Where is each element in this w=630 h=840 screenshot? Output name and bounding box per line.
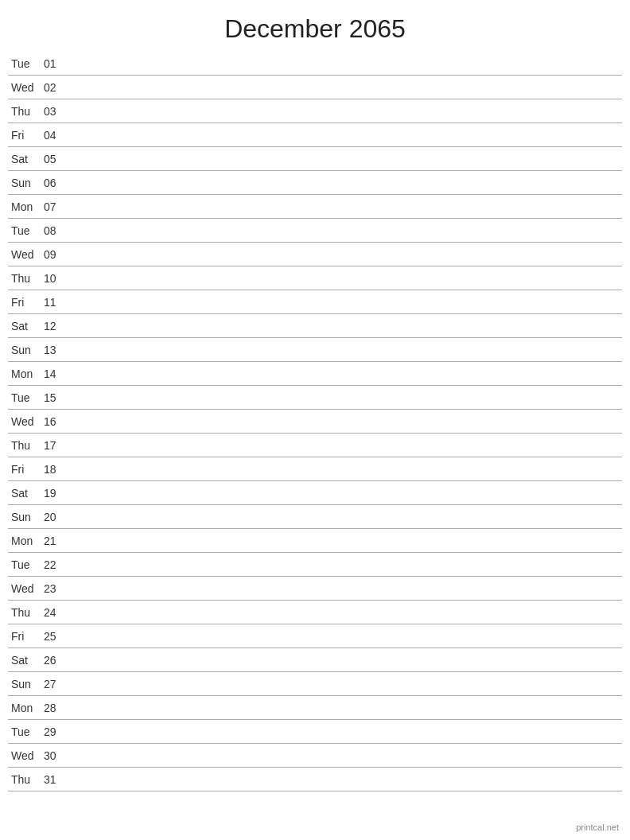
day-line [68, 349, 622, 350]
day-name: Tue [8, 224, 44, 237]
day-row: Thu31 [8, 768, 622, 791]
day-name: Thu [8, 773, 44, 786]
day-name: Wed [8, 415, 44, 428]
day-number: 11 [44, 296, 68, 309]
day-number: 01 [44, 57, 68, 70]
day-row: Fri04 [8, 123, 622, 147]
day-line [68, 469, 622, 469]
day-row: Mon21 [8, 529, 622, 553]
day-row: Fri25 [8, 624, 622, 648]
page-title: December 2065 [0, 0, 630, 52]
day-row: Sat12 [8, 314, 622, 338]
day-row: Thu10 [8, 266, 622, 290]
day-number: 03 [44, 105, 68, 118]
calendar-list: Tue01Wed02Thu03Fri04Sat05Sun06Mon07Tue08… [0, 52, 630, 791]
day-row: Fri18 [8, 457, 622, 481]
day-row: Tue29 [8, 720, 622, 744]
day-number: 13 [44, 344, 68, 356]
day-name: Sat [8, 153, 44, 165]
day-row: Thu24 [8, 601, 622, 624]
day-line [68, 206, 622, 207]
day-number: 19 [44, 487, 68, 500]
day-line [68, 301, 622, 302]
day-number: 26 [44, 654, 68, 667]
day-number: 22 [44, 558, 68, 571]
day-name: Thu [8, 272, 44, 285]
day-number: 05 [44, 153, 68, 165]
day-name: Tue [8, 391, 44, 404]
day-line [68, 779, 622, 780]
day-line [68, 63, 622, 64]
day-row: Sun06 [8, 171, 622, 195]
day-number: 21 [44, 535, 68, 547]
day-row: Wed02 [8, 76, 622, 99]
day-row: Tue22 [8, 553, 622, 577]
day-number: 02 [44, 81, 68, 94]
day-line [68, 731, 622, 732]
day-number: 16 [44, 415, 68, 428]
day-number: 15 [44, 391, 68, 404]
day-name: Thu [8, 606, 44, 619]
day-name: Fri [8, 463, 44, 476]
day-row: Thu03 [8, 99, 622, 123]
day-number: 10 [44, 272, 68, 285]
day-line [68, 254, 622, 255]
day-number: 24 [44, 606, 68, 619]
day-row: Tue15 [8, 386, 622, 410]
day-name: Fri [8, 630, 44, 643]
day-line [68, 230, 622, 231]
day-name: Mon [8, 535, 44, 547]
day-line [68, 278, 622, 278]
day-row: Wed09 [8, 243, 622, 266]
day-row: Mon28 [8, 696, 622, 720]
day-line [68, 659, 622, 660]
day-number: 17 [44, 439, 68, 452]
day-name: Sun [8, 177, 44, 189]
day-name: Mon [8, 368, 44, 380]
day-name: Thu [8, 439, 44, 452]
day-name: Sat [8, 320, 44, 332]
day-row: Sat26 [8, 648, 622, 672]
day-row: Sun27 [8, 672, 622, 696]
day-line [68, 588, 622, 589]
day-number: 06 [44, 177, 68, 189]
day-row: Sat19 [8, 481, 622, 505]
day-number: 27 [44, 678, 68, 690]
day-number: 14 [44, 368, 68, 380]
day-name: Sat [8, 654, 44, 667]
day-name: Tue [8, 57, 44, 70]
day-line [68, 182, 622, 183]
day-line [68, 445, 622, 445]
day-row: Mon14 [8, 362, 622, 386]
day-number: 20 [44, 511, 68, 523]
day-line [68, 564, 622, 565]
day-row: Mon07 [8, 195, 622, 219]
day-number: 08 [44, 224, 68, 237]
day-number: 29 [44, 725, 68, 738]
day-line [68, 707, 622, 708]
day-name: Tue [8, 558, 44, 571]
day-name: Wed [8, 248, 44, 261]
day-number: 07 [44, 200, 68, 213]
day-line [68, 87, 622, 88]
day-line [68, 492, 622, 493]
day-row: Tue01 [8, 52, 622, 76]
day-number: 25 [44, 630, 68, 643]
day-row: Fri11 [8, 290, 622, 314]
day-line [68, 158, 622, 159]
day-name: Sun [8, 344, 44, 356]
day-row: Wed30 [8, 744, 622, 768]
day-number: 09 [44, 248, 68, 261]
day-name: Sun [8, 678, 44, 690]
footer-label: printcal.net [576, 822, 619, 832]
day-number: 31 [44, 773, 68, 786]
day-name: Sat [8, 487, 44, 500]
day-number: 30 [44, 749, 68, 762]
day-line [68, 373, 622, 374]
day-line [68, 134, 622, 135]
day-name: Mon [8, 200, 44, 213]
day-line [68, 325, 622, 326]
day-line [68, 516, 622, 517]
day-number: 18 [44, 463, 68, 476]
day-row: Sun20 [8, 505, 622, 529]
